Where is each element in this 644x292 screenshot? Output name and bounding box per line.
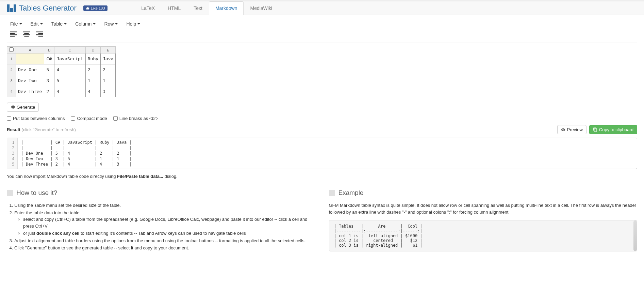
table-cell[interactable]: 5: [54, 75, 85, 86]
caret-down-icon: [93, 23, 96, 25]
gears-icon: [11, 105, 15, 109]
table-cell[interactable]: 2: [101, 64, 116, 75]
howto-substep: or just double click any cell to start e…: [23, 230, 315, 237]
align-toolbar: [7, 29, 637, 43]
caret-down-icon: [64, 23, 67, 25]
code-line[interactable]: | Dev Three | 2 | 4 | 4 | 3 |: [17, 162, 135, 169]
col-header[interactable]: E: [101, 47, 116, 53]
menu-help[interactable]: Help: [126, 21, 140, 27]
nav-tab-html[interactable]: HTML: [161, 1, 187, 15]
example-title: Example: [338, 189, 364, 197]
table-cell[interactable]: 5: [44, 64, 54, 75]
align-right-button[interactable]: [36, 31, 43, 38]
nav-tab-latex[interactable]: LaTeX: [135, 1, 161, 15]
row-header[interactable]: 1: [7, 53, 16, 64]
nav-tab-markdown[interactable]: Markdown: [209, 1, 244, 15]
table-cell[interactable]: 1: [85, 75, 100, 86]
menu-file[interactable]: File: [10, 21, 22, 27]
eye-icon: [561, 127, 565, 132]
example-text: GFM Markdown table syntax is quite simpl…: [329, 202, 638, 215]
table-cell[interactable]: C#: [44, 53, 54, 64]
format-tabs: LaTeXHTMLTextMarkdownMediaWiki: [135, 1, 279, 15]
code-line[interactable]: | | C# | JavaScript | Ruby | Java |: [17, 138, 135, 145]
table-cell[interactable]: 2: [85, 64, 100, 75]
brand-logo-icon: [7, 4, 16, 12]
line-number: 2: [7, 145, 17, 151]
caret-down-icon: [40, 23, 43, 25]
howto-step: Click "Generate" button to see the gener…: [14, 245, 315, 251]
code-line[interactable]: | Dev Two | 3 | 5 | 1 | 1 |: [17, 156, 135, 162]
table-cell[interactable]: 3: [101, 86, 116, 97]
line-number: 5: [7, 162, 17, 169]
howto-title: How to use it?: [16, 189, 57, 197]
table-cell[interactable]: JavaScript: [54, 53, 85, 64]
caret-down-icon: [137, 23, 140, 25]
brand[interactable]: Tables Generator: [7, 4, 77, 13]
generate-button[interactable]: Generate: [7, 103, 39, 112]
col-header[interactable]: A: [16, 47, 44, 53]
row-header[interactable]: 2: [7, 64, 16, 75]
table-cell[interactable]: Dev Three: [16, 86, 44, 97]
howto-substep: select and copy (Ctrl+C) a table from th…: [23, 216, 315, 229]
table-editor[interactable]: ABCDE1C#JavaScriptRubyJava2Dev One54223D…: [7, 46, 116, 97]
caret-down-icon: [115, 23, 118, 25]
import-note: You can now import Markdown table code d…: [7, 169, 637, 189]
menubar: File Edit Table Column Row Help: [7, 18, 637, 29]
tabs-checkbox[interactable]: Put tabs between columns: [7, 116, 65, 121]
howto-step: Enter the table data into the table: sel…: [14, 210, 315, 237]
howto-step: Adjust text alignment and table borders …: [14, 237, 315, 244]
howto-step: Using the Table menu set the desired siz…: [14, 202, 315, 209]
compact-checkbox[interactable]: Compact mode: [71, 116, 107, 121]
align-left-button[interactable]: [10, 31, 17, 38]
brand-name: Tables Generator: [19, 4, 77, 13]
clipboard-icon: [593, 127, 597, 132]
caret-down-icon: [19, 23, 22, 25]
line-number: 4: [7, 156, 17, 162]
line-number: 3: [7, 151, 17, 156]
row-header[interactable]: 4: [7, 86, 16, 97]
br-checkbox[interactable]: Line breaks as <br>: [113, 116, 159, 121]
table-cell[interactable]: Dev Two: [16, 75, 44, 86]
col-header[interactable]: B: [44, 47, 54, 53]
thumbs-up-icon: [86, 6, 89, 10]
facebook-like-button[interactable]: Like 183: [83, 5, 108, 11]
result-code[interactable]: 1| | C# | JavaScript | Ruby | Java |2|--…: [7, 138, 637, 169]
table-cell[interactable]: 4: [54, 64, 85, 75]
nav-tab-mediawiki[interactable]: MediaWiki: [244, 1, 279, 15]
code-line[interactable]: |-----------|----|------------|------|--…: [17, 145, 135, 151]
table-cell[interactable]: 4: [85, 86, 100, 97]
table-cell[interactable]: [16, 53, 44, 64]
table-cell[interactable]: 1: [101, 75, 116, 86]
table-cell[interactable]: 2: [44, 86, 54, 97]
table-cell[interactable]: Java: [101, 53, 116, 64]
output-options: Put tabs between columns Compact mode Li…: [7, 113, 637, 124]
menu-table[interactable]: Table: [51, 21, 67, 27]
table-cell[interactable]: Ruby: [85, 53, 100, 64]
nav-tab-text[interactable]: Text: [187, 1, 209, 15]
howto-section: How to use it? Using the Table menu set …: [7, 189, 315, 252]
table-cell[interactable]: 4: [54, 86, 85, 97]
align-center-button[interactable]: [23, 31, 30, 38]
generate-label: Generate: [17, 105, 35, 110]
col-header[interactable]: D: [85, 47, 100, 53]
code-line[interactable]: | Dev One | 5 | 4 | 2 | 2 |: [17, 151, 135, 156]
example-section: Example GFM Markdown table syntax is qui…: [329, 189, 638, 252]
col-header[interactable]: C: [54, 47, 85, 53]
menu-column[interactable]: Column: [75, 21, 96, 27]
line-number: 1: [7, 138, 17, 145]
example-code[interactable]: | Tables | Are | Cool | |----------|:---…: [329, 220, 638, 251]
fb-like-text: Like 183: [91, 6, 105, 10]
result-label: Result (click "Generate" to refresh): [7, 127, 76, 132]
table-cell[interactable]: Dev One: [16, 64, 44, 75]
table-cell[interactable]: 3: [44, 75, 54, 86]
top-navbar: Tables Generator Like 183 LaTeXHTMLTextM…: [0, 1, 644, 15]
menu-edit[interactable]: Edit: [31, 21, 43, 27]
row-header[interactable]: 3: [7, 75, 16, 86]
menu-row[interactable]: Row: [104, 21, 118, 27]
preview-button[interactable]: Preview: [557, 125, 587, 134]
select-all-corner[interactable]: [7, 47, 16, 53]
copy-clipboard-button[interactable]: Copy to clipboard: [589, 125, 637, 134]
